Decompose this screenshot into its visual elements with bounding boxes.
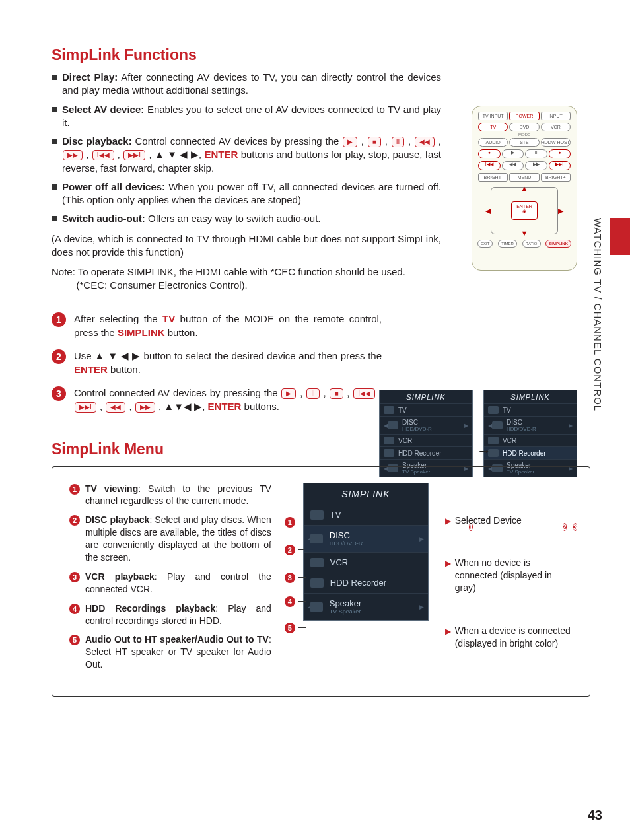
divider bbox=[52, 302, 441, 302]
hdd-icon bbox=[310, 578, 324, 588]
rew-icon: ◀◀ bbox=[106, 402, 125, 413]
callout-num: 3 bbox=[69, 572, 80, 582]
mini-screen-1: SIMPLINK TV ◀DISCHDD/DVD-R▶ VCR HDD Reco… bbox=[379, 390, 473, 477]
mini-screen-2: SIMPLINK TV ◀DISCHDD/DVD-R▶ VCR HDD Reco… bbox=[483, 390, 577, 477]
bullet-list: Direct Play: After connecting AV devices… bbox=[52, 71, 441, 226]
menu-legend: ▶Selected Device ▶When no device is conn… bbox=[445, 483, 575, 680]
ff-icon: ▶▶ bbox=[135, 402, 155, 413]
menu-item-list: 1TV viewing: Switch to the previous TV c… bbox=[69, 483, 271, 680]
remote-pill: EXIT bbox=[477, 240, 493, 248]
step-number: 1 bbox=[52, 312, 66, 327]
remote-btn: BRIGHT- bbox=[478, 173, 508, 182]
triangle-icon: ▶ bbox=[445, 558, 451, 594]
remote-btn: ● bbox=[478, 149, 501, 158]
legend-text: When a device is connected (displayed in… bbox=[455, 625, 575, 650]
remote-btn: DVD bbox=[509, 123, 539, 131]
remote-pill-simplink: SIMPLINK bbox=[545, 240, 571, 248]
pause-icon: II bbox=[306, 388, 320, 399]
vcr-icon bbox=[384, 437, 394, 444]
prev-icon: I◀◀ bbox=[92, 150, 114, 160]
remote-btn: STB bbox=[509, 138, 539, 147]
hdd-icon bbox=[384, 449, 394, 457]
remote-enter: ENTER◉ bbox=[511, 201, 538, 220]
bullet-icon bbox=[52, 75, 57, 80]
big-screen: SIMPLINK TV ◀DISCHDD/DVD-R▶ VCR HDD Reco… bbox=[303, 483, 429, 621]
play-icon: ▶ bbox=[281, 388, 296, 399]
remote-dpad: ▲▼◀▶ ENTER◉ bbox=[481, 184, 567, 237]
remote-btn: HDDW HOST bbox=[541, 138, 571, 147]
bullet-icon bbox=[52, 184, 57, 190]
remote-illustration: TV INPUT POWER INPUT TV DVD VCR MODE AUD… bbox=[472, 106, 577, 271]
bullet-icon bbox=[52, 216, 57, 221]
disc-icon bbox=[492, 421, 503, 429]
note-hdmi: (A device, which is connected to TV thro… bbox=[52, 232, 441, 260]
legend-text: When no device is connected (displayed i… bbox=[455, 557, 575, 594]
remote-btn: INPUT bbox=[541, 112, 571, 120]
remote-btn: ▶ bbox=[502, 149, 524, 158]
remote-btn: MENU bbox=[509, 173, 539, 182]
step-text: Use ▲ ▼ ◀ ▶ button to select the desired… bbox=[74, 349, 382, 376]
remote-btn: POWER bbox=[509, 112, 539, 120]
remote-btn: VCR bbox=[541, 123, 571, 131]
ff-icon: ▶▶ bbox=[63, 150, 83, 160]
arrow-right-icon: → bbox=[477, 442, 491, 460]
remote-btn: TV bbox=[478, 123, 508, 131]
bullet-icon bbox=[52, 139, 57, 144]
remote-btn: TV INPUT bbox=[478, 112, 508, 120]
triangle-icon: ▶ bbox=[445, 516, 451, 527]
pause-icon: II bbox=[392, 137, 405, 147]
callout-num: 2 bbox=[69, 515, 80, 526]
step-number: 3 bbox=[52, 386, 66, 401]
note-cec: Note: To operate SIMPLINK, the HDMI cabl… bbox=[52, 265, 441, 293]
mini-screens: SIMPLINK TV ◀DISCHDD/DVD-R▶ VCR HDD Reco… bbox=[379, 390, 577, 477]
triangle-icon: ▶ bbox=[445, 626, 451, 650]
speaker-icon bbox=[310, 602, 323, 612]
step-text: After selecting the TV button of the MOD… bbox=[74, 312, 382, 339]
bullet-text: Select AV device: Enables you to select … bbox=[62, 103, 441, 130]
disc-icon bbox=[388, 421, 398, 429]
remote-pill: TIMER bbox=[498, 240, 517, 248]
steps-list: 1 After selecting the TV button of the M… bbox=[52, 312, 382, 413]
step-text: Control connected AV devices by pressing… bbox=[74, 386, 382, 413]
bullet-text: Switch audio-out: Offers an easy way to … bbox=[62, 212, 441, 225]
legend-text: Selected Device bbox=[455, 514, 522, 527]
remote-btn: ● bbox=[549, 149, 571, 158]
menu-box: 1TV viewing: Switch to the previous TV c… bbox=[52, 466, 590, 697]
menu-screen-wrap: 1 2 3 4 5 SIMPLINK TV ◀DISCHDD/DVD-R▶ VC… bbox=[285, 483, 435, 680]
remote-btn: AUDIO bbox=[478, 138, 508, 147]
prev-icon: I◀◀ bbox=[353, 388, 375, 399]
remote-btn: ◀◀ bbox=[502, 161, 524, 170]
bullet-icon bbox=[52, 107, 57, 112]
vcr-icon bbox=[310, 558, 324, 567]
bullet-text: Disc playback: Control connected AV devi… bbox=[62, 135, 441, 175]
tv-icon bbox=[384, 406, 394, 414]
arrow-icons: ▲ ▼ ◀ ▶ bbox=[155, 149, 199, 160]
callout-num: 5 bbox=[69, 635, 80, 645]
rew-icon: ◀◀ bbox=[415, 137, 435, 147]
callout-num: 1 bbox=[69, 484, 80, 495]
remote-btn: I◀◀ bbox=[478, 161, 501, 170]
callout-num: 4 bbox=[69, 604, 80, 614]
remote-btn: ▶▶ bbox=[525, 161, 547, 170]
stop-icon: ■ bbox=[368, 137, 381, 147]
page-number: 43 bbox=[588, 808, 602, 823]
arrow-icons: ▲▼◀ ▶ bbox=[164, 401, 202, 412]
section-title-functions: SimpLink Functions bbox=[52, 46, 590, 64]
next-icon: ▶▶I bbox=[75, 402, 96, 413]
tv-icon bbox=[310, 510, 324, 520]
remote-pill: RATIO bbox=[522, 240, 541, 248]
remote-btn: BRIGHT+ bbox=[541, 173, 571, 182]
stop-icon: ■ bbox=[330, 388, 343, 399]
tv-icon bbox=[488, 406, 499, 414]
bullet-text: Power off all devices: When you power of… bbox=[62, 180, 441, 207]
footer-rule bbox=[52, 804, 602, 804]
bullet-text: Direct Play: After connecting AV devices… bbox=[62, 71, 441, 98]
disc-icon bbox=[310, 534, 323, 543]
remote-mode-label: MODE bbox=[477, 133, 571, 137]
remote-btn: II bbox=[525, 149, 547, 158]
play-icon: ▶ bbox=[343, 137, 357, 147]
step-number: 2 bbox=[52, 349, 66, 364]
next-icon: ▶▶I bbox=[123, 150, 145, 160]
remote-btn: ▶▶I bbox=[549, 161, 571, 170]
